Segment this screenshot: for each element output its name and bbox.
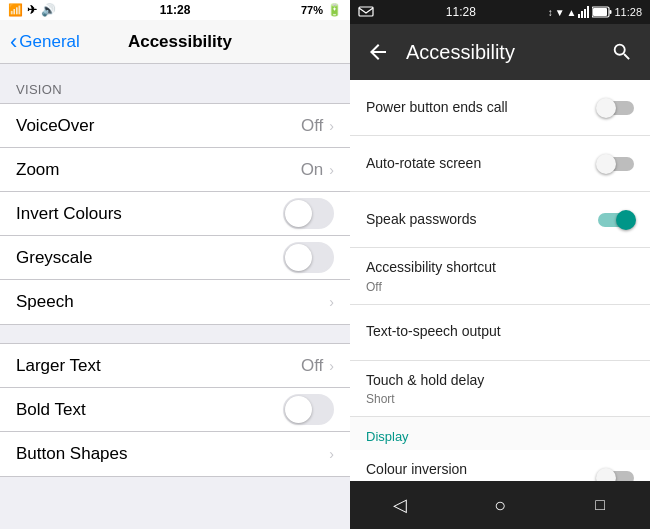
ios-item-bold-text[interactable]: Bold Text xyxy=(0,388,350,432)
android-time-right: 11:28 xyxy=(614,6,642,18)
toggle-thumb xyxy=(285,396,312,423)
ios-vision-section: VISION VoiceOver Off › Zoom On › Invert … xyxy=(0,64,350,325)
android-item-tts[interactable]: Text-to-speech output xyxy=(350,305,650,361)
svg-rect-6 xyxy=(610,10,612,14)
ios-section-spacer xyxy=(0,325,350,343)
ios-vision-list: VoiceOver Off › Zoom On › Invert Colours… xyxy=(0,103,350,325)
ios-item-voiceover[interactable]: VoiceOver Off › xyxy=(0,104,350,148)
ios-item-label: Speech xyxy=(16,292,329,312)
android-item-power-button[interactable]: Power button ends call xyxy=(350,80,650,136)
ios-item-label: Greyscale xyxy=(16,248,283,268)
android-item-title: Power button ends call xyxy=(366,98,590,118)
power-button-toggle[interactable] xyxy=(598,101,634,115)
ios-status-left: 📶 ✈ 🔊 xyxy=(8,3,56,17)
android-item-accessibility-shortcut[interactable]: Accessibility shortcut Off xyxy=(350,248,650,305)
toggle-thumb xyxy=(596,154,616,174)
home-circle-icon: ○ xyxy=(494,494,506,517)
chevron-right-icon: › xyxy=(329,358,334,374)
back-triangle-icon: ◁ xyxy=(393,494,407,516)
svg-rect-1 xyxy=(578,14,580,18)
svg-rect-2 xyxy=(581,11,583,18)
android-toolbar-title: Accessibility xyxy=(406,41,602,64)
ios-nav-bar: ‹ General Accessibility xyxy=(0,20,350,64)
toggle-thumb xyxy=(596,98,616,118)
ios-item-greyscale[interactable]: Greyscale xyxy=(0,236,350,280)
android-recents-button[interactable]: □ xyxy=(576,481,624,529)
svg-rect-7 xyxy=(593,8,607,16)
chevron-right-icon: › xyxy=(329,294,334,310)
android-item-touch-hold[interactable]: Touch & hold delay Short xyxy=(350,361,650,418)
ios-item-label: VoiceOver xyxy=(16,116,301,136)
android-item-title: Colour inversion xyxy=(366,460,590,480)
ios-item-button-shapes[interactable]: Button Shapes › xyxy=(0,432,350,476)
email-icon xyxy=(358,5,374,17)
chevron-right-icon: › xyxy=(329,446,334,462)
ios-item-label: Invert Colours xyxy=(16,204,283,224)
ios-status-bar: 11:28 📶 ✈ 🔊 77% 🔋 xyxy=(0,0,350,20)
android-toolbar: Accessibility xyxy=(350,24,650,80)
android-time: 11:28 xyxy=(446,5,476,19)
colour-inversion-toggle[interactable] xyxy=(598,471,634,481)
back-arrow-icon xyxy=(366,40,390,64)
ios-item-label: Bold Text xyxy=(16,400,283,420)
android-item-title: Accessibility shortcut xyxy=(366,258,634,278)
signal-icon xyxy=(578,6,590,18)
ios-time: 11:28 xyxy=(160,3,191,17)
android-nav-bar: ◁ ○ □ xyxy=(350,481,650,529)
search-icon xyxy=(611,41,633,63)
android-content: Power button ends call Auto-rotate scree… xyxy=(350,80,650,481)
android-item-title: Auto-rotate screen xyxy=(366,154,590,174)
android-back-button[interactable] xyxy=(358,32,398,72)
android-status-icons-left xyxy=(358,5,374,19)
android-item-subtitle: Off xyxy=(366,280,634,294)
ios-item-invert-colours[interactable]: Invert Colours xyxy=(0,192,350,236)
android-home-button[interactable]: ○ xyxy=(476,481,524,529)
android-item-colour-inversion[interactable]: Colour inversion (Experimental) May affe… xyxy=(350,450,650,481)
android-item-subtitle: Short xyxy=(366,392,634,406)
bold-text-toggle[interactable] xyxy=(283,394,334,425)
android-search-button[interactable] xyxy=(602,32,642,72)
ios-item-label: Button Shapes xyxy=(16,444,329,464)
battery-icon xyxy=(592,6,612,18)
android-item-title: Speak passwords xyxy=(366,210,590,230)
android-item-title: Text-to-speech output xyxy=(366,322,634,342)
ios-section-header-vision: VISION xyxy=(0,64,350,103)
android-display-header: Display xyxy=(350,417,650,450)
toggle-thumb xyxy=(285,244,312,271)
android-item-speak-passwords[interactable]: Speak passwords xyxy=(350,192,650,248)
greyscale-toggle[interactable] xyxy=(283,242,334,273)
android-item-auto-rotate[interactable]: Auto-rotate screen xyxy=(350,136,650,192)
chevron-right-icon: › xyxy=(329,162,334,178)
ios-item-value: Off xyxy=(301,116,323,136)
ios-item-value: On xyxy=(301,160,324,180)
ios-item-larger-text[interactable]: Larger Text Off › xyxy=(0,344,350,388)
ios-item-label: Larger Text xyxy=(16,356,301,376)
ios-panel: 11:28 📶 ✈ 🔊 77% 🔋 ‹ General Accessibilit… xyxy=(0,0,350,529)
android-status-bar: 11:28 ↕ ▼ ▲ 11:28 xyxy=(350,0,650,24)
android-back-nav-button[interactable]: ◁ xyxy=(376,481,424,529)
svg-rect-3 xyxy=(584,9,586,18)
ios-item-label: Zoom xyxy=(16,160,301,180)
ios-item-speech[interactable]: Speech › xyxy=(0,280,350,324)
speak-passwords-toggle[interactable] xyxy=(598,213,634,227)
auto-rotate-toggle[interactable] xyxy=(598,157,634,171)
toggle-thumb xyxy=(596,468,616,481)
android-status-icons-right: ↕ ▼ ▲ 11:28 xyxy=(548,6,642,18)
toggle-thumb xyxy=(616,210,636,230)
android-panel: 11:28 ↕ ▼ ▲ 11:28 Accessibility xyxy=(350,0,650,529)
svg-rect-0 xyxy=(359,7,373,16)
recents-square-icon: □ xyxy=(595,496,605,514)
chevron-right-icon: › xyxy=(329,118,334,134)
ios-nav-title: Accessibility xyxy=(20,32,340,52)
ios-item-zoom[interactable]: Zoom On › xyxy=(0,148,350,192)
android-item-title: Touch & hold delay xyxy=(366,371,634,391)
ios-text-list: Larger Text Off › Bold Text Button Shape… xyxy=(0,343,350,477)
invert-colours-toggle[interactable] xyxy=(283,198,334,229)
ios-item-value: Off xyxy=(301,356,323,376)
ios-status-right: 77% 🔋 xyxy=(301,3,342,17)
back-chevron-icon: ‹ xyxy=(10,31,17,53)
toggle-thumb xyxy=(285,200,312,227)
svg-rect-4 xyxy=(587,6,589,18)
